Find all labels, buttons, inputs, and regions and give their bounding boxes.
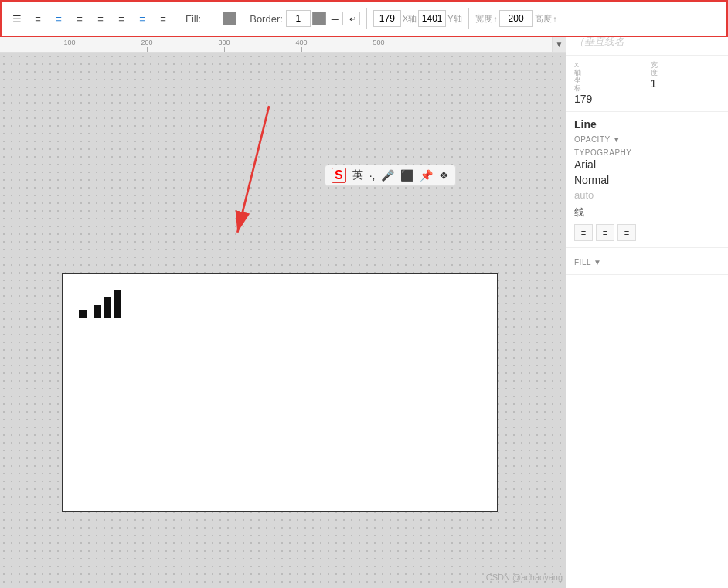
panel-x-sublabel: X轴坐标 [574,62,645,93]
align-icon-8[interactable]: ≡ [154,9,172,28]
ruler-500: 500 [340,39,417,52]
panel-fill-label: FILL ▼ [574,258,601,267]
right-panel: 样式 （垂直线名 X轴坐标 179 宽度 1 Line OPACITY ▼ TY… [566,0,728,588]
panel-font-style: Normal [574,174,720,186]
sougou-table-icon[interactable]: ⬛ [400,169,413,182]
sougou-text-2: ·, [369,169,376,182]
panel-auto-row: auto [574,189,720,201]
ruler-400: 400 [263,39,340,52]
ruler-marks: 100 200 300 400 500 [0,37,566,52]
sougou-mic-icon[interactable]: 🎤 [381,169,394,182]
sougou-input-bar[interactable]: S 英 ·, 🎤 ⬛ 📌 ❖ [325,165,456,186]
border-value-input[interactable] [286,10,311,27]
x-label: X轴 [403,13,417,25]
align-center-btn[interactable]: ≡ [596,224,614,241]
y-label: Y轴 [447,13,461,25]
panel-placeholder-text: （垂直线名 [574,36,624,47]
bar-3 [114,290,121,318]
panel-x-coord: X轴坐标 179 [574,62,645,105]
toolbar: ☰ ≡ ≡ ≡ ≡ ≡ ≡ ≡ Fill: Border: ― ↩ X轴 Y轴 … [0,0,728,37]
panel-auto-label: auto [574,189,594,201]
x-value-input[interactable] [373,10,401,27]
scroll-down-arrow[interactable]: ▼ [552,37,566,53]
panel-line-row: 线 [574,206,720,219]
align-icon-6[interactable]: ≡ [112,9,131,28]
sep-3 [366,8,367,29]
align-icon-7[interactable]: ≡ [133,9,151,28]
content-box-inner [63,274,497,339]
align-right-btn[interactable]: ≡ [617,224,636,241]
panel-fill-section: FILL ▼ [566,248,728,275]
align-icon-2[interactable]: ≡ [29,9,47,28]
border-style-btn-1[interactable]: ― [328,12,343,25]
panel-width-value: 1 [651,77,721,90]
width-up-arrow[interactable]: ↑ [494,15,498,23]
y-value-input[interactable] [418,10,446,27]
sougou-pin-icon[interactable]: 📌 [420,169,433,182]
panel-line-spacing-label: 线 [574,206,584,219]
sep-1 [179,8,179,29]
align-group: ☰ ≡ ≡ ≡ ≡ ≡ ≡ ≡ [8,9,172,28]
panel-x-value: 179 [574,93,645,105]
fill-transparent-swatch[interactable] [206,12,219,25]
panel-typography-label: TYPOGRAPHY [574,148,720,157]
border-label: Border: [250,13,283,25]
sougou-text-1: 英 [352,168,363,182]
bar-2 [104,297,111,318]
panel-line-section: Line OPACITY ▼ TYPOGRAPHY Arial Normal a… [566,112,728,248]
height-up-arrow[interactable]: ↑ [553,15,557,23]
align-icon-1[interactable]: ☰ [8,9,26,28]
sougou-grid-icon[interactable]: ❖ [439,169,449,182]
ruler-100: 100 [31,39,108,52]
bar-0 [79,310,87,318]
width-group: 宽度 ↑ 高度 ↑ [475,10,557,27]
width-label: 宽度 [475,13,492,25]
border-group: Border: ― ↩ [250,10,360,27]
ruler-top: 100 200 300 400 500 [0,37,566,53]
bar-1 [94,305,101,318]
panel-width-sublabel: 宽度 [651,62,721,77]
border-style-btn-2[interactable]: ↩ [345,12,360,25]
sougou-logo: S [332,168,346,183]
ruler-300: 300 [185,39,263,52]
panel-coords-section: X轴坐标 179 宽度 1 [566,56,728,112]
fill-gray-swatch[interactable] [223,12,236,25]
content-box[interactable] [62,273,498,512]
fill-group: Fill: [185,12,236,25]
x-coord-group: X轴 Y轴 [373,10,462,27]
width-input[interactable] [499,10,533,27]
border-color-swatch[interactable] [312,12,326,25]
sep-4 [468,8,469,29]
panel-width-field: 宽度 1 [651,62,721,105]
align-icon-4[interactable]: ≡ [70,9,89,28]
panel-font-value: Arial [574,158,720,171]
height-label: 高度 [535,13,552,25]
signal-bars-icon [79,290,121,318]
ruler-200: 200 [108,39,185,52]
align-left-btn[interactable]: ≡ [574,224,593,241]
panel-line-header: Line [574,118,720,131]
watermark: CSDN @achaoyang [486,573,563,582]
sep-2 [243,8,243,29]
align-icon-5[interactable]: ≡ [91,9,110,28]
panel-opacity-label: OPACITY ▼ [574,135,720,144]
fill-label: Fill: [185,13,201,25]
align-icon-3[interactable]: ≡ [49,9,68,28]
canvas-area[interactable]: S 英 ·, 🎤 ⬛ 📌 ❖ ATION AND [0,53,566,588]
text-align-buttons: ≡ ≡ ≡ [574,224,720,241]
